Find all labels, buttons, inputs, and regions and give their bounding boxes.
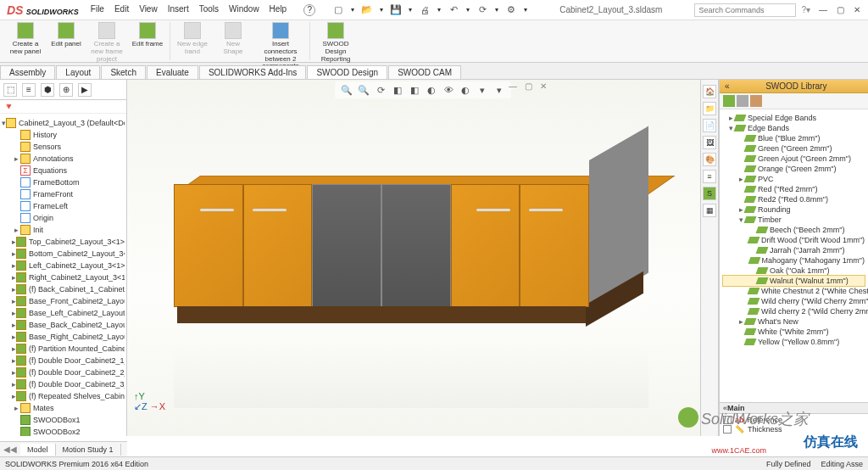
edit-frame-button[interactable]: Edit frame	[131, 22, 164, 63]
library-node[interactable]: Red2 ("Red 0.8mm")	[723, 194, 865, 204]
view-settings-icon[interactable]	[492, 83, 506, 97]
home-tab-icon[interactable]: 🏠	[703, 85, 716, 98]
apply-scene-icon[interactable]	[476, 83, 489, 97]
help-icon[interactable]: ?	[303, 4, 315, 16]
menu-file[interactable]: File	[91, 4, 104, 16]
edit-appearance-icon[interactable]	[459, 83, 472, 97]
new-edge-band-button[interactable]: New edge band	[175, 22, 209, 70]
print-icon[interactable]: 🖨	[419, 4, 431, 16]
create-frame-button[interactable]: Create a new frame project	[90, 22, 124, 63]
library-node[interactable]: ▸What's New	[723, 316, 865, 327]
orientation-triad[interactable]: ↑Y ↙Z →X	[134, 391, 165, 412]
menu-window[interactable]: Window	[229, 4, 259, 16]
lib-tab3-icon[interactable]	[750, 95, 762, 107]
property-manager-tab-icon[interactable]: ≡	[22, 83, 36, 97]
thickness-checkbox[interactable]	[723, 425, 732, 434]
tree-node[interactable]: FrameLeft	[2, 200, 125, 212]
view-palette-tab-icon[interactable]: 🖼	[703, 136, 716, 149]
tree-node[interactable]: ▸Right_Cabinet2_Layout_3<1> (Default	[2, 271, 125, 283]
library-node[interactable]: ▾Timber	[723, 215, 865, 225]
rebuild-icon[interactable]: ⟳	[476, 4, 488, 16]
swood-tab-icon[interactable]: S	[703, 187, 716, 200]
tree-node[interactable]: ▸Base_Right_Cabinet2_Layout_3<1> (D	[2, 331, 125, 343]
tree-node[interactable]: ▸Base_Front_Cabinet2_Layout_3<1> (D	[2, 295, 125, 307]
new-shape-button[interactable]: New Shape	[216, 22, 250, 70]
previous-view-icon[interactable]	[374, 83, 387, 97]
library-node[interactable]: Red ("Red 2mm")	[723, 184, 865, 194]
tree-node[interactable]: ▸Top_Cabinet2_Layout_3<1> (Default<	[2, 236, 125, 248]
minimize-button[interactable]: —	[817, 5, 829, 14]
save-icon[interactable]: 💾	[390, 4, 402, 16]
library-node[interactable]: Green Ajout ("Green 2mm")	[723, 154, 865, 164]
undo-icon[interactable]: ↶	[448, 4, 459, 16]
menu-edit[interactable]: Edit	[114, 4, 129, 16]
tree-node[interactable]: ▸Base_Back_Cabinet2_Layout_3<1> (De	[2, 319, 125, 331]
tab-evaluate[interactable]: Evaluate	[147, 65, 198, 79]
tree-node[interactable]: ▸(f) Double Door_Cabinet2_2_Cabinet2	[2, 366, 125, 378]
extra-tab-icon[interactable]: ▦	[703, 204, 716, 217]
create-panel-button[interactable]: Create a new panel	[8, 22, 42, 63]
tab-nav-prev-icon[interactable]: ◀◀	[0, 445, 20, 454]
library-node[interactable]: ▸PVC	[723, 174, 865, 184]
tree-node[interactable]: FrameBottom	[2, 176, 125, 188]
menu-insert[interactable]: Insert	[168, 4, 189, 16]
new-icon[interactable]: ▢	[332, 4, 344, 16]
menu-tools[interactable]: Tools	[199, 4, 219, 16]
menu-view[interactable]: View	[139, 4, 158, 16]
search-commands-input[interactable]	[694, 3, 796, 17]
section-view-icon[interactable]	[391, 83, 404, 97]
tree-node[interactable]: Sensors	[2, 141, 125, 153]
tree-node[interactable]: ▸(f) Double Door_Cabinet2_3_Cabinet2	[2, 378, 125, 390]
library-tree[interactable]: ▸Special Edge Bands▾Edge BandsBlue ("Blu…	[720, 109, 868, 402]
tree-node[interactable]: ▸(f) Back_Cabinet_1_Cabinet2_Layout_3	[2, 283, 125, 295]
library-node[interactable]: Mahogany ("Mahogany 1mm")	[723, 255, 865, 266]
library-node[interactable]: Walnut ("Walnut 1mm")	[723, 276, 865, 286]
library-node[interactable]: ▸Rounding	[723, 204, 865, 215]
menu-help[interactable]: Help	[270, 4, 287, 16]
tab-swood-design[interactable]: SWOOD Design	[307, 65, 387, 79]
feature-tree-tab-icon[interactable]: ⬚	[3, 83, 17, 97]
tree-node[interactable]: ▸(f) Repeated Shelves_Cabinet2_Layout	[2, 390, 125, 402]
library-node[interactable]: White ("White 2mm")	[723, 327, 865, 337]
library-node[interactable]: Blue ("Blue 2mm")	[723, 133, 865, 143]
display-style-icon[interactable]	[425, 83, 438, 97]
tree-node[interactable]: ▸Annotations	[2, 153, 125, 165]
library-node[interactable]: Oak ("Oak 1mm")	[723, 266, 865, 276]
graphics-viewport[interactable]: — ▢ ✕ ↑Y ↙Z →X	[127, 80, 719, 436]
tab-layout[interactable]: Layout	[56, 65, 100, 79]
file-explorer-tab-icon[interactable]: 📄	[703, 119, 716, 132]
display-manager-tab-icon[interactable]: ▶	[78, 83, 92, 97]
library-node[interactable]: White Chestnut 2 ("White Chestnut 2mm")	[723, 286, 865, 296]
library-node[interactable]: Jarrah ("Jarrah 2mm")	[723, 245, 865, 255]
motion-study-tab[interactable]: Motion Study 1	[56, 444, 121, 456]
tree-node[interactable]: History	[2, 129, 125, 141]
tab-addins[interactable]: SOLIDWORKS Add-Ins	[199, 65, 306, 79]
tree-node[interactable]: SWOODBox1	[2, 414, 125, 426]
feature-tree[interactable]: ▾Cabinet2_Layout_3 (Default<Default_Disp…	[0, 114, 126, 436]
custom-props-tab-icon[interactable]: ≡	[703, 170, 716, 183]
tree-node[interactable]: Origin	[2, 212, 125, 224]
options-icon[interactable]: ⚙	[505, 4, 517, 16]
model-tab[interactable]: Model	[20, 444, 56, 456]
vp-minimize-icon[interactable]: —	[507, 81, 519, 91]
library-node[interactable]: Orange ("Green 2mm")	[723, 164, 865, 174]
tree-node[interactable]: ▸(f) Double Door_Cabinet2_1_Cabinet2	[2, 355, 125, 366]
library-node[interactable]: Drift Wood ("Drift Wood 1mm")	[723, 235, 865, 245]
zoom-area-icon[interactable]	[357, 83, 370, 97]
search-help-icon[interactable]: ?▾	[801, 5, 810, 14]
open-icon[interactable]: 📂	[361, 4, 373, 16]
edit-panel-button[interactable]: Edit panel	[49, 22, 83, 63]
hide-show-icon[interactable]	[442, 83, 455, 97]
library-node[interactable]: Yellow ("Yellow 0.8mm")	[723, 337, 865, 347]
tree-node[interactable]: ΣEquations	[2, 165, 125, 176]
maximize-button[interactable]: ▢	[834, 5, 846, 14]
tree-node[interactable]: ▸Init	[2, 224, 125, 236]
tab-assembly[interactable]: Assembly	[0, 65, 55, 79]
appearances-tab-icon[interactable]: 🎨	[703, 153, 716, 166]
tree-node[interactable]: ▸Left_Cabinet2_Layout_3<1> (Default<	[2, 260, 125, 271]
tab-swood-cam[interactable]: SWOOD CAM	[388, 65, 461, 79]
lib-tab2-icon[interactable]	[737, 95, 748, 107]
config-manager-tab-icon[interactable]: ⬢	[41, 83, 54, 97]
library-node[interactable]: Green ("Green 2mm")	[723, 143, 865, 154]
close-button[interactable]: ✕	[851, 5, 863, 14]
